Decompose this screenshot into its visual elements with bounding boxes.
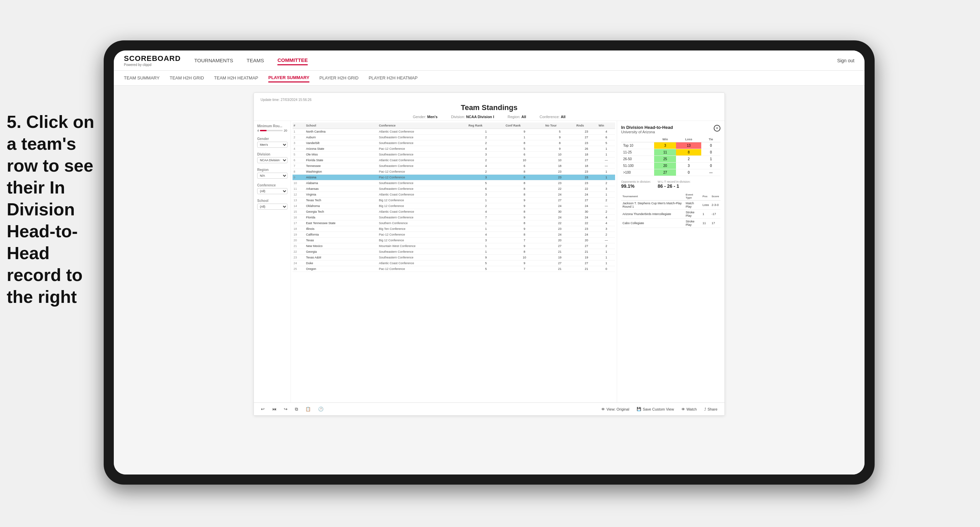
stat-cell: 8 — [504, 169, 544, 175]
sub-nav-team-h2h-heatmap[interactable]: TEAM H2H HEATMAP — [214, 74, 258, 82]
h2h-close-button[interactable]: × — [714, 125, 721, 132]
table-row[interactable]: 6Florida StateAtlantic Coast Conference2… — [293, 157, 615, 163]
step-back-icon: ⏮ — [272, 406, 277, 411]
stat-cell: 27 — [544, 198, 575, 203]
table-row[interactable]: 15Georgia TechAtlantic Coast Conference4… — [293, 209, 615, 215]
h2h-tie-cell: 1 — [701, 156, 721, 162]
table-row[interactable]: 1North CarolinaAtlantic Coast Conference… — [293, 129, 615, 135]
panel-header: Update time: 27/03/2024 15:56:26 Team St… — [254, 93, 724, 121]
stat-cell: 10 — [544, 157, 575, 163]
stat-cell: 2 — [598, 198, 615, 203]
share-button[interactable]: ⤴ Share — [702, 406, 719, 412]
table-row[interactable]: 13Texas TechBig 12 Conference1927272 — [293, 198, 615, 203]
undo-button[interactable]: ↩ — [259, 406, 267, 412]
copy-button[interactable]: ⧉ — [293, 406, 300, 413]
table-row[interactable]: 24DukeAtlantic Coast Conference5927271 — [293, 260, 615, 266]
region-select[interactable]: N/A All — [257, 173, 288, 179]
table-row[interactable]: 19CaliforniaPac-12 Conference4824242 — [293, 232, 615, 238]
stat-cell: 9 — [504, 129, 544, 135]
table-row[interactable]: 12VirginiaAtlantic Coast Conference38242… — [293, 192, 615, 198]
region-filter-group: Region N/A All — [257, 168, 287, 179]
table-row[interactable]: 21New MexicoMountain West Conference1927… — [293, 243, 615, 249]
stat-cell: 3 — [468, 175, 504, 180]
view-original-button[interactable]: 👁 View: Original — [599, 406, 631, 412]
table-row[interactable]: 5Ole MissSoutheastern Conference3610181 — [293, 152, 615, 157]
tournament-type-cell: Match Play — [684, 200, 701, 210]
conference-cell: Atlantic Coast Conference — [378, 260, 467, 266]
nav-tournaments[interactable]: TOURNAMENTS — [194, 56, 233, 65]
save-custom-button[interactable]: 💾 Save Custom View — [635, 406, 676, 412]
stat-cell: 2 — [598, 180, 615, 186]
school-cell: Illinois — [305, 226, 378, 232]
table-row[interactable]: 2AuburnSoutheastern Conference219276 — [293, 135, 615, 140]
division-select[interactable]: NCAA Division I NCAA Division II NCAA Di… — [257, 157, 288, 163]
table-row[interactable]: 9ArizonaPac-12 Conference3823231 — [293, 175, 615, 180]
min-rounds-slider[interactable]: 4 20 — [257, 129, 287, 132]
conference-filter-display: Conference: All — [540, 115, 566, 119]
stat-cell: 9 — [504, 203, 544, 209]
tournament-pos-cell: Loss — [701, 200, 710, 210]
clock-button[interactable]: 🕐 — [316, 406, 326, 412]
table-row[interactable]: 16FloridaSoutheastern Conference7924244 — [293, 215, 615, 221]
logo-title: SCOREBOARD — [124, 54, 181, 63]
toolbar: ↩ ⏮ ↪ ⧉ 📋 🕐 — [254, 403, 724, 415]
nav-teams[interactable]: TEAMS — [247, 56, 264, 65]
sub-nav-player-h2h-heatmap[interactable]: PLAYER H2H HEATMAP — [369, 74, 417, 82]
sub-nav-player-summary[interactable]: PLAYER SUMMARY — [268, 74, 309, 83]
stat-cell: 1 — [468, 249, 504, 255]
sign-out-link[interactable]: Sign out — [837, 58, 854, 63]
conference-cell: Southeastern Conference — [378, 140, 467, 146]
rank-cell: 10 — [293, 180, 305, 186]
rank-cell: 22 — [293, 249, 305, 255]
rank-cell: 9 — [293, 175, 305, 180]
stat-cell: 4 — [598, 129, 615, 135]
table-row[interactable]: 23Texas A&MSoutheastern Conference910191… — [293, 255, 615, 260]
sub-nav-player-h2h-grid[interactable]: PLAYER H2H GRID — [320, 74, 358, 82]
stat-cell: 3 — [468, 192, 504, 198]
table-row[interactable]: 8WashingtonPac-12 Conference2823231 — [293, 169, 615, 175]
min-rounds-val: 4 — [257, 129, 259, 132]
col-school: School — [305, 122, 378, 129]
table-row[interactable]: 25OregonPac-12 Conference5721210 — [293, 266, 615, 272]
slider-track[interactable] — [260, 130, 283, 131]
min-rounds-filter: Minimum Rou... 4 20 — [257, 124, 287, 132]
table-row[interactable]: 22GeorgiaSoutheastern Conference1821211 — [293, 249, 615, 255]
stat-cell: 27 — [575, 157, 598, 163]
gender-select[interactable]: Men's Women's — [257, 142, 288, 148]
stat-cell: 23 — [575, 169, 598, 175]
table-row[interactable]: 3VanderbiltSoutheastern Conference288235 — [293, 140, 615, 146]
stat-cell: 2 — [468, 140, 504, 146]
stat-cell: 1 — [598, 152, 615, 157]
paste-button[interactable]: 📋 — [303, 406, 313, 412]
rank-cell: 1 — [293, 129, 305, 135]
school-cell: Oregon — [305, 266, 378, 272]
table-row[interactable]: 4Arizona StatePac-12 Conference459261 — [293, 146, 615, 152]
nav-committee[interactable]: COMMITTEE — [277, 56, 308, 65]
table-row[interactable]: 10AlabamaSoutheastern Conference5823232 — [293, 180, 615, 186]
rank-cell: 6 — [293, 157, 305, 163]
opponents-stat: Opponents in division: 99.1% — [621, 180, 651, 189]
table-row[interactable]: 18IllinoisBig Ten Conference1923233 — [293, 226, 615, 232]
table-row[interactable]: 11ArkansasSoutheastern Conference6822223 — [293, 186, 615, 192]
conference-select[interactable]: (All) ACC SEC — [257, 188, 288, 194]
school-select[interactable]: (All) — [257, 203, 288, 210]
stat-cell: 27 — [544, 260, 575, 266]
stat-cell: 5 — [468, 260, 504, 266]
stat-cell: 5 — [468, 266, 504, 272]
step-back-button[interactable]: ⏮ — [270, 406, 278, 412]
wlt-label: W-L-T record in-division: — [658, 180, 691, 183]
redo-button[interactable]: ↪ — [282, 406, 290, 412]
opponents-value: 99.1% — [621, 183, 635, 189]
stat-cell: 7 — [504, 238, 544, 243]
table-row[interactable]: 14OklahomaBig 12 Conference292424— — [293, 203, 615, 209]
table-row[interactable]: 20TexasBig 12 Conference372020— — [293, 238, 615, 243]
school-cell: Georgia — [305, 249, 378, 255]
table-row[interactable]: 17East Tennessee StateSouthern Conferenc… — [293, 221, 615, 226]
watch-button[interactable]: 👁 Watch — [679, 406, 699, 412]
table-row[interactable]: 7TennesseeSoutheastern Conference461818— — [293, 163, 615, 169]
sub-nav-team-summary[interactable]: TEAM SUMMARY — [124, 74, 159, 82]
h2h-row: 26-502521 — [621, 156, 721, 162]
stat-cell: 9 — [504, 226, 544, 232]
sub-nav-team-h2h-grid[interactable]: TEAM H2H GRID — [170, 74, 204, 82]
rank-cell: 19 — [293, 232, 305, 238]
